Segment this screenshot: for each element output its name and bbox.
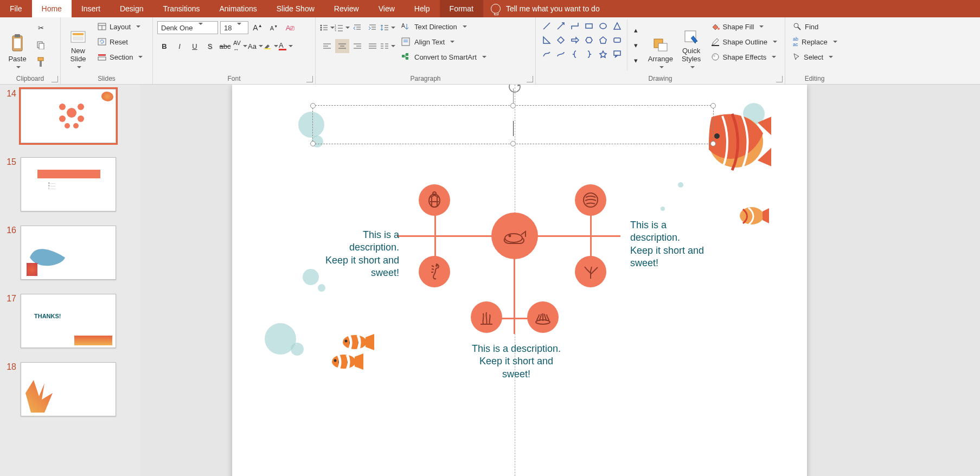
- font-name-combo[interactable]: Denk One: [157, 21, 218, 34]
- replace-button[interactable]: abacReplace: [790, 35, 840, 49]
- convert-smartart-button[interactable]: Convert to SmartArt: [398, 50, 490, 64]
- tab-home[interactable]: Home: [32, 0, 72, 17]
- tell-me-search[interactable]: Tell me what you want to do: [483, 0, 607, 17]
- font-launcher[interactable]: [306, 76, 313, 82]
- shape-rect-icon[interactable]: [582, 20, 595, 33]
- slide-thumbnail-17[interactable]: THANKS!: [21, 294, 116, 348]
- satellite-node-seaweed[interactable]: [471, 301, 502, 333]
- shape-effects-button[interactable]: Shape Effects: [708, 50, 780, 64]
- satellite-node-turtle[interactable]: [419, 184, 450, 216]
- resize-handle-sw[interactable]: [310, 141, 316, 146]
- slide-thumbnail-16[interactable]: [21, 226, 116, 280]
- align-left-button[interactable]: [320, 39, 334, 53]
- decrease-font-button[interactable]: A▼: [267, 21, 281, 35]
- drawing-launcher[interactable]: [776, 76, 783, 82]
- satellite-node-seahorse[interactable]: [419, 256, 450, 287]
- center-node[interactable]: [491, 213, 538, 259]
- copy-button[interactable]: [34, 38, 48, 52]
- resize-handle-ne[interactable]: [710, 103, 716, 108]
- tab-transitions[interactable]: Transitions: [153, 0, 210, 17]
- selection-box[interactable]: [312, 105, 714, 144]
- resize-handle-se[interactable]: [710, 141, 716, 146]
- new-slide-button[interactable]: New Slide: [65, 20, 91, 70]
- quick-styles-button[interactable]: Quick Styles: [678, 20, 704, 70]
- tab-animations[interactable]: Animations: [209, 0, 266, 17]
- tab-slideshow[interactable]: Slide Show: [267, 0, 324, 17]
- slide-thumbnail-pane[interactable]: 14 15 A. ——B. ——C. —— 16: [0, 85, 140, 476]
- shape-curve-icon[interactable]: [540, 48, 553, 61]
- satellite-node-coral[interactable]: [575, 256, 606, 287]
- bullets-button[interactable]: [320, 21, 334, 35]
- shadow-button[interactable]: S: [203, 39, 217, 53]
- shape-line-icon[interactable]: [540, 20, 553, 33]
- char-spacing-button[interactable]: AV↔: [233, 39, 247, 53]
- tab-format[interactable]: Format: [440, 0, 483, 17]
- align-right-button[interactable]: [350, 39, 364, 53]
- tab-review[interactable]: Review: [324, 0, 369, 17]
- increase-font-button[interactable]: A▲: [251, 21, 265, 35]
- shape-brace-left-icon[interactable]: [568, 48, 581, 61]
- section-button[interactable]: Section: [94, 50, 146, 64]
- increase-indent-button[interactable]: [366, 21, 380, 35]
- shape-elbow-icon[interactable]: [568, 20, 581, 33]
- paste-button[interactable]: Paste: [4, 20, 30, 70]
- slide-thumbnail-15[interactable]: A. ——B. ——C. ——: [21, 157, 116, 211]
- line-spacing-button[interactable]: [381, 21, 395, 35]
- format-painter-button[interactable]: [34, 55, 48, 69]
- tab-insert[interactable]: Insert: [72, 0, 110, 17]
- shape-brace-right-icon[interactable]: [582, 48, 595, 61]
- align-text-button[interactable]: Align Text: [398, 35, 490, 49]
- tab-view[interactable]: View: [369, 0, 405, 17]
- shape-outline-button[interactable]: Shape Outline: [708, 35, 780, 49]
- paragraph-launcher[interactable]: [527, 76, 533, 82]
- strikethrough-button[interactable]: abc: [218, 39, 232, 53]
- shape-triangle-icon[interactable]: [611, 20, 624, 33]
- align-center-button[interactable]: [335, 39, 349, 53]
- change-case-button[interactable]: Aa: [248, 39, 262, 53]
- resize-handle-n[interactable]: [510, 103, 516, 108]
- satellite-node-anemone[interactable]: [527, 301, 559, 333]
- shape-arrow-icon[interactable]: [554, 20, 567, 33]
- shape-rtriangle-icon[interactable]: [540, 34, 553, 47]
- shape-star-icon[interactable]: [597, 48, 610, 61]
- shape-fill-button[interactable]: Shape Fill: [708, 20, 780, 34]
- shape-oval-icon[interactable]: [597, 20, 610, 33]
- shapes-more-button[interactable]: ▴: [629, 23, 643, 37]
- shape-arrow-right-icon[interactable]: [568, 34, 581, 47]
- shapes-expand-button[interactable]: ▾: [629, 53, 643, 67]
- slide-thumbnail-14[interactable]: [21, 89, 116, 143]
- italic-button[interactable]: I: [172, 39, 187, 53]
- slide-canvas[interactable]: This is a description. Keep it short and…: [232, 85, 807, 476]
- shape-roundrect-icon[interactable]: [611, 34, 624, 47]
- rotation-widget-icon[interactable]: [504, 85, 525, 94]
- slide-canvas-area[interactable]: This is a description. Keep it short and…: [140, 85, 980, 476]
- description-left[interactable]: This is a description. Keep it short and…: [318, 229, 399, 280]
- select-button[interactable]: Select: [790, 50, 840, 64]
- underline-button[interactable]: U: [188, 39, 202, 53]
- shapes-gallery[interactable]: [540, 20, 624, 70]
- arrange-button[interactable]: Arrange: [646, 20, 675, 70]
- columns-button[interactable]: [381, 39, 395, 53]
- bold-button[interactable]: B: [157, 39, 171, 53]
- font-color-button[interactable]: A: [279, 39, 293, 53]
- shapes-scroll-button[interactable]: ▾: [629, 38, 643, 52]
- tab-file[interactable]: File: [0, 0, 32, 17]
- font-size-combo[interactable]: 18: [220, 21, 248, 34]
- highlight-button[interactable]: [264, 39, 278, 53]
- tab-help[interactable]: Help: [405, 0, 440, 17]
- satellite-node-brain-coral[interactable]: [575, 184, 606, 216]
- shape-connector-icon[interactable]: [554, 48, 567, 61]
- slide-thumbnail-18[interactable]: [21, 362, 116, 416]
- description-bottom[interactable]: This is a description. Keep it short and…: [467, 343, 565, 381]
- shape-callout-icon[interactable]: [611, 48, 624, 61]
- resize-handle-s[interactable]: [510, 141, 516, 146]
- description-right[interactable]: This is a description. Keep it short and…: [630, 219, 712, 270]
- text-direction-button[interactable]: AText Direction: [398, 20, 490, 34]
- cut-button[interactable]: ✂: [34, 21, 48, 35]
- resize-handle-nw[interactable]: [310, 103, 316, 108]
- shape-diamond-icon[interactable]: [554, 34, 567, 47]
- layout-button[interactable]: Layout: [94, 20, 146, 34]
- reset-button[interactable]: Reset: [94, 35, 146, 49]
- find-button[interactable]: Find: [790, 20, 840, 34]
- justify-button[interactable]: [366, 39, 380, 53]
